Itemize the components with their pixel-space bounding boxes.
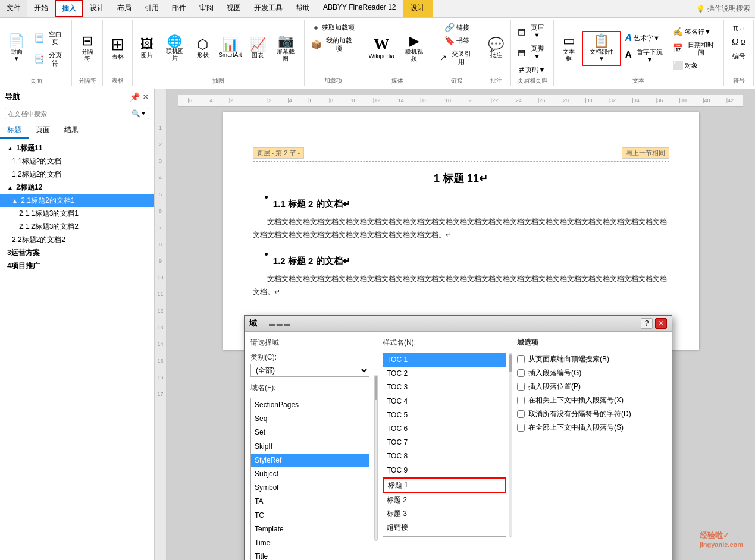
fieldname-item-template[interactable]: Template — [251, 523, 369, 536]
fieldname-item[interactable]: Time — [251, 536, 369, 550]
option-checkbox-3[interactable] — [517, 383, 525, 391]
stylename-listbox[interactable]: TOC 1 TOC 2 TOC 3 TOC 4 TOC 5 TOC 6 TOC … — [383, 353, 506, 537]
tab-insert[interactable]: 插入 — [55, 0, 83, 17]
link-button[interactable]: 🔗 链接 — [441, 21, 472, 33]
help-search[interactable]: 💡 操作说明搜索 — [691, 0, 755, 17]
tab-help[interactable]: 帮助 — [289, 0, 317, 17]
stylename-item[interactable]: TOC 9 — [383, 464, 506, 477]
option-checkbox-6[interactable] — [517, 424, 525, 432]
tab-file[interactable]: 文件 — [0, 0, 27, 17]
wikipedia-button[interactable]: W Wikipedia — [366, 35, 397, 62]
nav-item-h2-2[interactable]: 2.2标题2的文档2 — [0, 233, 154, 246]
fieldname-item[interactable]: Title — [251, 550, 369, 560]
tab-review[interactable]: 审阅 — [193, 0, 220, 17]
smartart-button[interactable]: 📊 SmartArt — [216, 36, 245, 61]
nav-tab-pages[interactable]: 页面 — [29, 122, 57, 139]
crossref-button[interactable]: ↗ 交叉引用 — [437, 48, 477, 67]
nav-tab-results[interactable]: 结果 — [57, 122, 86, 139]
stylename-item-heading1[interactable]: 标题 1 — [383, 477, 506, 493]
tab-design2[interactable]: 设计 — [403, 0, 433, 17]
nav-tab-headings[interactable]: 标题 — [0, 122, 29, 139]
online-video-button[interactable]: ▶ 联机视频 — [400, 33, 429, 64]
category-select[interactable]: (全部) — [250, 364, 369, 377]
chart-button[interactable]: 📈 图表 — [247, 36, 268, 61]
docpart-button[interactable]: 📋 文档部件▼ — [584, 33, 619, 64]
fieldname-listbox[interactable]: SectionPages Seq Set SkipIf StyleRef Sub… — [250, 398, 369, 560]
shape-button[interactable]: ⬡ 形状 — [192, 36, 214, 61]
nav-item-h2-1-2[interactable]: 2.1.2标题3的文档2 — [0, 220, 154, 233]
number-button[interactable]: 编号 — [729, 50, 748, 62]
bookmark-button[interactable]: 🔖 书签 — [441, 34, 472, 46]
image-button[interactable]: 🖼 图片 — [136, 36, 158, 61]
nav-item-h1-1[interactable]: 1.1标题2的文档 — [0, 155, 154, 168]
pagenum-button[interactable]: # 页码▼ — [516, 64, 549, 75]
blank-page-button[interactable]: 📃 空白页 — [31, 28, 68, 48]
fieldname-item[interactable]: Seq — [251, 412, 369, 426]
option-checkbox-2[interactable] — [517, 369, 525, 377]
tab-design[interactable]: 设计 — [83, 0, 111, 17]
tab-mail[interactable]: 邮件 — [165, 0, 193, 17]
nav-item-h2[interactable]: ▲ 2标题12 — [0, 181, 154, 194]
fieldname-item[interactable]: SectionPages — [251, 398, 369, 412]
header-button[interactable]: ▤ 页眉▼ — [515, 21, 549, 41]
stylename-item[interactable]: TOC 2 — [383, 367, 506, 380]
nav-close-icon[interactable]: ✕ — [142, 92, 149, 102]
textbox-button[interactable]: ▭ 文本框 — [557, 33, 581, 64]
signature-button[interactable]: ✍ 签名行▼ — [670, 26, 720, 37]
separator-button[interactable]: ⊟ 分隔符 — [76, 33, 99, 64]
dropcap-button[interactable]: A 首字下沉▼ — [622, 46, 669, 65]
field-dialog[interactable]: 域 ▬ ▬ ▬ ? ✕ 请选择域 类别(C): (全部) — [244, 315, 672, 560]
tab-devtools[interactable]: 开发工具 — [248, 0, 289, 17]
tab-view[interactable]: 视图 — [220, 0, 248, 17]
datetime-button[interactable]: 📅 日期和时间 — [670, 39, 720, 58]
comment-button[interactable]: 💬 批注 — [485, 36, 507, 61]
stylename-item[interactable]: TOC 3 — [383, 380, 506, 394]
fieldname-item[interactable]: Subject — [251, 467, 369, 481]
stylename-item[interactable]: 标题 2 — [383, 493, 506, 507]
stylename-item[interactable]: TOC 8 — [383, 449, 506, 463]
search-dropdown-icon[interactable]: ▼ — [140, 110, 146, 117]
tab-layout[interactable]: 布局 — [111, 0, 138, 17]
stylename-scrollbar[interactable] — [509, 353, 512, 537]
fieldname-item[interactable]: Set — [251, 426, 369, 439]
stylename-item[interactable]: TOC 5 — [383, 408, 506, 422]
my-addin-button[interactable]: 📦 我的加载项 — [308, 34, 358, 54]
tab-start[interactable]: 开始 — [27, 0, 55, 17]
fieldname-item[interactable]: SkipIf — [251, 440, 369, 454]
fieldname-item[interactable]: TA — [251, 495, 369, 508]
dialog-close-button[interactable]: ✕ — [655, 318, 667, 329]
search-icon[interactable]: 🔍 — [131, 109, 140, 118]
option-checkbox-4[interactable] — [517, 397, 525, 404]
nav-search-input[interactable] — [8, 110, 131, 117]
stylename-item[interactable]: 超链接 — [383, 521, 506, 534]
option-checkbox-1[interactable] — [517, 355, 525, 363]
fieldname-item[interactable]: Symbol — [251, 481, 369, 495]
online-image-button[interactable]: 🌐 联机图片 — [160, 33, 189, 64]
stylename-item[interactable]: TOC 7 — [383, 436, 506, 449]
stylename-item[interactable]: 默认段落字体 — [383, 534, 506, 537]
table-button[interactable]: ⊞ 表格 — [107, 34, 129, 62]
fieldname-item[interactable]: TC — [251, 509, 369, 523]
nav-item-h3[interactable]: 3运营方案 — [0, 246, 154, 259]
page-break-button[interactable]: 📑 分页符 — [31, 49, 68, 68]
fieldname-scrollbar[interactable] — [374, 375, 378, 541]
object-button[interactable]: ⬜ 对象 — [670, 59, 720, 71]
screenshot-button[interactable]: 📷 屏幕截图 — [271, 33, 300, 64]
stylename-item[interactable]: 标题 3 — [383, 507, 506, 521]
nav-item-h1-2[interactable]: 1.2标题2的文档 — [0, 168, 154, 181]
nav-item-h2-1-1[interactable]: 2.1.1标题3的文档1 — [0, 207, 154, 220]
footer-button[interactable]: ▤ 页脚▼ — [515, 42, 549, 62]
tab-references[interactable]: 引用 — [138, 0, 165, 17]
stylename-item-toc1[interactable]: TOC 1 — [383, 353, 506, 367]
wordart-button[interactable]: A 艺术字▼ — [622, 32, 669, 45]
stylename-item[interactable]: TOC 4 — [383, 395, 506, 408]
get-addin-button[interactable]: ＋ 获取加载项 — [309, 21, 358, 33]
option-checkbox-5[interactable] — [517, 410, 525, 418]
fieldname-item-styleref[interactable]: StyleRef — [251, 454, 369, 467]
pi-button[interactable]: π π — [730, 21, 747, 34]
tab-abbyy[interactable]: ABBYY FineReader 12 — [317, 0, 403, 17]
dialog-help-button[interactable]: ? — [641, 318, 653, 329]
nav-item-h1[interactable]: ▲ 1标题11 — [0, 141, 154, 155]
omega-button[interactable]: Ω Ω — [729, 36, 748, 49]
nav-item-h2-1[interactable]: ▲ 2.1标题2的文档1 — [0, 194, 154, 207]
